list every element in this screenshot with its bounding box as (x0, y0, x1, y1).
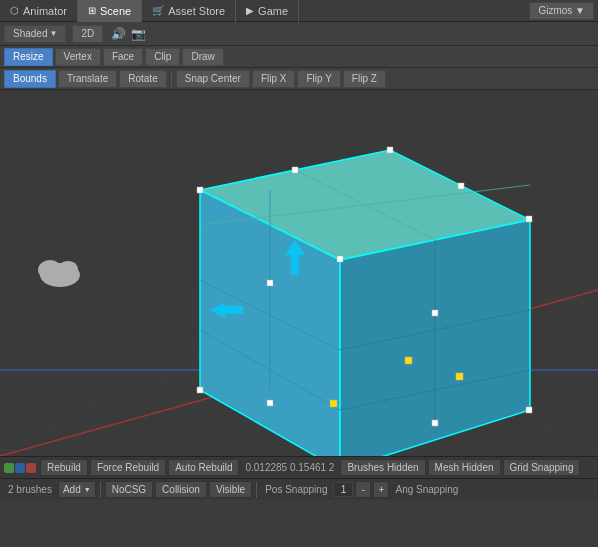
2d-toggle: 2D (68, 25, 107, 43)
flip-x-button[interactable]: Flip X (252, 70, 296, 88)
asset-store-icon: 🛒 (152, 5, 164, 16)
svg-rect-59 (458, 183, 464, 189)
svg-point-38 (58, 261, 78, 277)
svg-rect-56 (197, 187, 203, 193)
svg-rect-63 (267, 400, 273, 406)
svg-rect-60 (197, 387, 203, 393)
brushes-hidden-button[interactable]: Brushes Hidden (340, 459, 425, 476)
tab-scene[interactable]: ⊞ Scene (78, 0, 142, 22)
tab-asset-store[interactable]: 🛒 Asset Store (142, 0, 236, 22)
add-dropdown[interactable]: Add (58, 481, 96, 498)
flip-z-button[interactable]: Flip Z (343, 70, 386, 88)
svg-rect-67 (405, 357, 412, 364)
shaded-button[interactable]: Shaded ▼ (4, 25, 66, 43)
rebuild-button[interactable]: Rebuild (40, 459, 88, 476)
edit-mode-toolbar: Resize Vertex Face Clip Draw (0, 46, 598, 68)
snap-minus-button[interactable]: - (355, 481, 371, 498)
ang-snapping-label: Ang Snapping (391, 484, 462, 495)
shading-toolbar: Shaded ▼ 2D 🔊 📷 (0, 22, 598, 46)
svg-rect-55 (526, 216, 532, 222)
status-bar-1: Rebuild Force Rebuild Auto Rebuild 0.012… (0, 456, 598, 478)
scene-icon: ⊞ (88, 5, 96, 16)
pos-snapping-input[interactable] (333, 482, 353, 497)
auto-rebuild-button[interactable]: Auto Rebuild (168, 459, 239, 476)
status-divider (100, 482, 101, 498)
top-tab-bar: ⬡ Animator ⊞ Scene 🛒 Asset Store ▶ Game … (0, 0, 598, 22)
translate-button[interactable]: Translate (58, 70, 117, 88)
color-indicators (4, 463, 36, 473)
game-icon: ▶ (246, 5, 254, 16)
camera-icon[interactable]: 📷 (129, 25, 147, 43)
animator-icon: ⬡ (10, 5, 19, 16)
status-divider-2 (256, 482, 257, 498)
2d-button[interactable]: 2D (72, 25, 103, 43)
collision-button[interactable]: Collision (155, 481, 207, 498)
svg-rect-66 (432, 310, 438, 316)
color-dot-blue (15, 463, 25, 473)
no-csg-button[interactable]: NoCSG (105, 481, 153, 498)
face-button[interactable]: Face (103, 48, 143, 66)
snap-center-button[interactable]: Snap Center (176, 70, 250, 88)
color-dot-red (26, 463, 36, 473)
tab-game[interactable]: ▶ Game (236, 0, 299, 22)
rotate-button[interactable]: Rotate (119, 70, 166, 88)
clip-button[interactable]: Clip (145, 48, 180, 66)
svg-rect-69 (456, 373, 463, 380)
svg-rect-58 (292, 167, 298, 173)
grid-snapping-button[interactable]: Grid Snapping (503, 459, 581, 476)
vertex-button[interactable]: Vertex (55, 48, 101, 66)
svg-rect-68 (330, 400, 337, 407)
scene-viewport[interactable] (0, 90, 598, 456)
force-rebuild-button[interactable]: Force Rebuild (90, 459, 166, 476)
pos-snapping-label: Pos Snapping (261, 484, 331, 495)
gizmos-button[interactable]: Gizmos ▼ (529, 2, 594, 20)
svg-rect-65 (432, 420, 438, 426)
coordinates-display: 0.012285 0.15461 2 (241, 462, 338, 473)
tab-animator[interactable]: ⬡ Animator (0, 0, 78, 22)
audio-icon[interactable]: 🔊 (109, 25, 127, 43)
svg-rect-54 (337, 256, 343, 262)
toolbar-divider (171, 71, 172, 87)
mesh-hidden-button[interactable]: Mesh Hidden (428, 459, 501, 476)
svg-rect-51 (291, 255, 299, 275)
color-dot-green (4, 463, 14, 473)
flip-y-button[interactable]: Flip Y (297, 70, 340, 88)
draw-button[interactable]: Draw (182, 48, 223, 66)
snap-plus-button[interactable]: + (373, 481, 389, 498)
svg-rect-53 (225, 306, 243, 314)
svg-rect-62 (267, 280, 273, 286)
visible-button[interactable]: Visible (209, 481, 252, 498)
resize-button[interactable]: Resize (4, 48, 53, 66)
svg-rect-57 (387, 147, 393, 153)
transform-toolbar: Bounds Translate Rotate Snap Center Flip… (0, 68, 598, 90)
brushes-count: 2 brushes (4, 484, 56, 495)
status-bar-2: 2 brushes Add NoCSG Collision Visible Po… (0, 478, 598, 500)
viewport-canvas (0, 90, 598, 456)
svg-rect-64 (526, 407, 532, 413)
bounds-button[interactable]: Bounds (4, 70, 56, 88)
